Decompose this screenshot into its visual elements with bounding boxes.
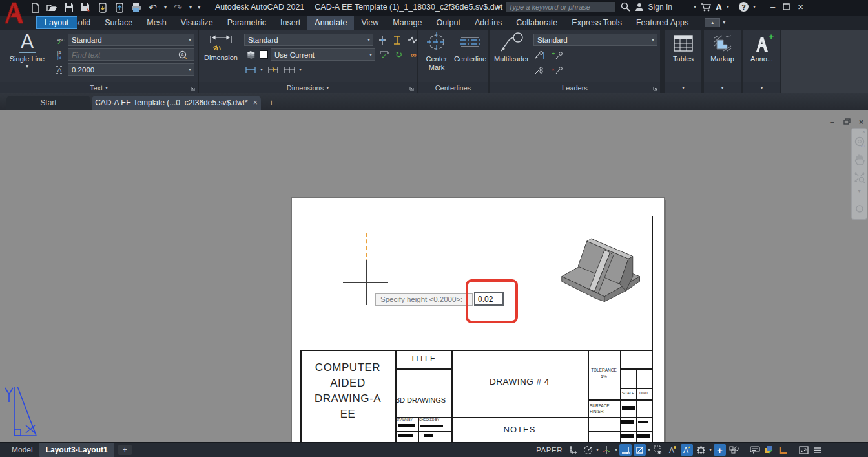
- centerlines-panel-footer[interactable]: Centerlines: [418, 82, 488, 93]
- annotative-apps-panel[interactable]: + Anno... ▾: [743, 30, 780, 93]
- viewport-maximize-icon[interactable]: [798, 444, 810, 456]
- center-mark-button[interactable]: Center Mark: [420, 32, 453, 71]
- new-tab-button[interactable]: +: [269, 98, 274, 108]
- remove-leader-icon[interactable]: ×: [551, 64, 563, 76]
- text-settings-launcher-icon[interactable]: [191, 86, 196, 91]
- object-snap-tracking-icon[interactable]: [619, 444, 632, 456]
- ribbon-tab-layout[interactable]: Layout: [36, 16, 78, 29]
- dim-update-icon[interactable]: ↻: [393, 48, 405, 61]
- dynamic-input-icon[interactable]: +: [714, 444, 726, 456]
- redo-icon[interactable]: ↷: [172, 2, 183, 13]
- break-dimension-icon[interactable]: [376, 34, 388, 46]
- redo-caret-icon[interactable]: ▾: [189, 5, 192, 10]
- help-caret-icon[interactable]: ▾: [753, 5, 756, 10]
- selection-cycling-icon[interactable]: [652, 444, 665, 456]
- quick-dimension-icon[interactable]: [267, 63, 279, 76]
- collect-leaders-icon[interactable]: [533, 64, 546, 76]
- annotation-visibility-icon[interactable]: A: [666, 444, 679, 456]
- text-panel-footer[interactable]: Text▾: [0, 82, 198, 93]
- open-from-web-mobile-icon[interactable]: [114, 2, 125, 13]
- leaders-panel-footer[interactable]: Leaders: [490, 82, 660, 93]
- drawing-area[interactable]: COMPUTER AIDED DRAWING-A EE TITLE 3D DRA…: [0, 110, 868, 442]
- leaders-settings-launcher-icon[interactable]: [653, 86, 658, 91]
- save-icon[interactable]: [63, 2, 74, 13]
- sign-in-caret-icon[interactable]: ▾: [694, 5, 696, 10]
- open-file-icon[interactable]: [46, 2, 57, 13]
- ribbon-tab-parametric[interactable]: Parametric: [220, 16, 273, 30]
- navbar-more-caret-icon[interactable]: ▾: [858, 189, 860, 194]
- workspace-gear-icon[interactable]: [695, 444, 707, 456]
- sign-in-label[interactable]: Sign In: [648, 3, 672, 12]
- ribbon-tab-express-tools[interactable]: Express Tools: [564, 16, 629, 30]
- navbar-close-icon[interactable]: ×: [862, 129, 865, 134]
- adjust-space-icon[interactable]: [391, 34, 403, 46]
- linear-dimension-icon[interactable]: [244, 63, 256, 76]
- add-leader-icon[interactable]: +: [551, 49, 563, 61]
- close-button[interactable]: ×: [798, 1, 803, 12]
- ribbon-tab-manage[interactable]: Manage: [386, 16, 429, 30]
- annotative-apps-button[interactable]: + Anno...: [743, 35, 780, 63]
- search-input[interactable]: [505, 1, 616, 12]
- paper-space-toggle[interactable]: PAPER: [536, 446, 563, 454]
- standards-check-icon[interactable]: ✓: [763, 444, 775, 456]
- annotative-panel-caret[interactable]: ▾: [743, 82, 780, 93]
- continue-dimension-caret-icon[interactable]: ▾: [299, 67, 302, 72]
- layout-tab[interactable]: Layout3-Layout1: [39, 443, 114, 457]
- maximize-button[interactable]: [783, 3, 790, 10]
- single-line-text-button[interactable]: A Single Line ▾: [9, 32, 45, 69]
- ribbon-tab-mesh[interactable]: Mesh: [140, 16, 174, 30]
- clean-screen-icon[interactable]: [777, 444, 789, 456]
- annotation-monitor-icon[interactable]: [749, 444, 761, 456]
- grid-display-icon[interactable]: [568, 444, 580, 456]
- ribbon-tab-collaborate[interactable]: Collaborate: [509, 16, 564, 30]
- tables-panel[interactable]: Tables ▾: [665, 30, 701, 93]
- dimensions-panel-footer[interactable]: Dimensions▾: [199, 82, 417, 93]
- ribbon-tab-view[interactable]: View: [354, 16, 386, 30]
- qat-customize-icon[interactable]: ▾: [198, 5, 201, 10]
- find-replace-icon[interactable]: |A|B: [53, 48, 66, 61]
- ribbon-tab-visualize[interactable]: Visualize: [174, 16, 220, 30]
- polar-tracking-caret-icon[interactable]: ▾: [596, 447, 599, 452]
- ribbon-tab-surface[interactable]: Surface: [98, 16, 140, 30]
- save-to-web-mobile-icon[interactable]: [97, 2, 108, 13]
- viewport-close-icon[interactable]: ×: [859, 118, 863, 127]
- find-icon[interactable]: A: [178, 50, 187, 59]
- dimension-button[interactable]: Dimension: [202, 32, 240, 62]
- undo-caret-icon[interactable]: ▾: [164, 5, 167, 10]
- dim-layer-select[interactable]: Use Current▾: [271, 48, 375, 61]
- save-as-icon[interactable]: [80, 2, 91, 13]
- ribbon-tab-addins[interactable]: Add-ins: [468, 16, 509, 30]
- navigation-wheel-icon[interactable]: 2D: [854, 136, 865, 148]
- autodesk-brand-icon[interactable]: A: [716, 2, 722, 12]
- workspace-caret-icon[interactable]: ▾: [709, 447, 712, 452]
- isometric-drafting-icon[interactable]: [601, 444, 613, 456]
- ribbon-display-caret-icon[interactable]: ▾: [723, 20, 725, 25]
- markup-button[interactable]: Markup: [704, 35, 741, 63]
- autodesk-caret-icon[interactable]: ▾: [727, 5, 729, 10]
- navigation-bar[interactable]: × 2D ▾: [851, 128, 867, 220]
- plot-icon[interactable]: [130, 2, 141, 13]
- viewport-restore-icon[interactable]: [843, 118, 851, 125]
- tables-panel-caret[interactable]: ▾: [665, 82, 701, 93]
- find-text-field[interactable]: A: [68, 48, 194, 61]
- tables-button[interactable]: Tables: [665, 35, 701, 63]
- search-expand-icon[interactable]: ▸: [497, 4, 501, 10]
- undo-icon[interactable]: ↶: [147, 2, 158, 13]
- minimize-button[interactable]: –: [770, 2, 775, 12]
- linear-dimension-caret-icon[interactable]: ▾: [260, 67, 263, 72]
- autocad-logo[interactable]: [1, 0, 26, 30]
- file-tab-document[interactable]: CAD-A EE Template (...0_c2f36de5.sv$.dwt…: [92, 96, 261, 110]
- isolate-objects-icon[interactable]: [728, 444, 740, 456]
- ribbon-tab-annotate[interactable]: Annotate: [307, 16, 354, 30]
- ribbon-display-toggle[interactable]: ▴: [705, 18, 720, 27]
- ribbon-tab-insert[interactable]: Insert: [273, 16, 307, 30]
- object-snap-icon[interactable]: [634, 444, 646, 456]
- text-style-select[interactable]: Standard▾: [68, 34, 194, 46]
- leader-style-select[interactable]: Standard▾: [533, 34, 657, 46]
- continue-dimension-icon[interactable]: [283, 63, 295, 76]
- text-height-select[interactable]: 0.2000▾: [68, 63, 194, 76]
- annotation-autoscale-icon[interactable]: A: [681, 444, 693, 456]
- polar-tracking-icon[interactable]: [582, 444, 594, 456]
- customization-menu-icon[interactable]: [812, 444, 824, 456]
- object-snap-caret-icon[interactable]: ▾: [648, 447, 650, 452]
